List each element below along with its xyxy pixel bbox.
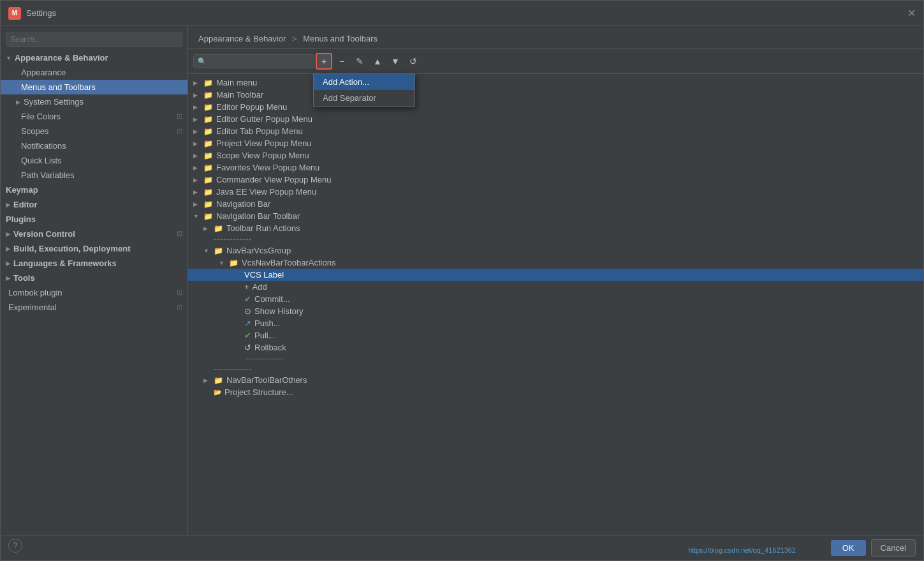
tree-item-pull[interactable]: ✔ Pull... [188, 329, 923, 341]
sidebar-item-keymap[interactable]: Keymap [1, 183, 187, 197]
expand-arrow: ▶ [16, 99, 20, 105]
tree-item-label: Project View Popup Menu [216, 138, 311, 148]
help-button[interactable]: ? [8, 539, 22, 553]
tree-item-nav-bar-toolbar[interactable]: ▼ 📁 Navigation Bar Toolbar [188, 210, 923, 222]
tree-item-add[interactable]: + Add [188, 281, 923, 293]
sidebar-item-scopes[interactable]: Scopes ⊡ [1, 124, 187, 138]
folder-icon: 📁 [203, 163, 213, 172]
breadcrumb-separator: > [292, 34, 297, 43]
expand-arrow: ▶ [6, 260, 10, 267]
tree-item-label: Editor Gutter Popup Menu [216, 114, 312, 124]
tree-item-label: Scope View Popup Menu [216, 151, 309, 160]
sidebar-item-label: Plugins [6, 214, 36, 224]
tree-item-label: Add [253, 282, 267, 292]
sidebar-item-label: System Settings [24, 97, 84, 107]
tree-item-commit[interactable]: ✔ Commit... [188, 293, 923, 305]
tree-item-push[interactable]: ↗ Push... [188, 317, 923, 329]
tree-separator-2: ------------ [188, 354, 923, 364]
sidebar-item-menus-toolbars[interactable]: Menus and Toolbars [1, 80, 187, 94]
tree-item-editor-tab[interactable]: ▶ 📁 Editor Tab Popup Menu [188, 125, 923, 137]
tree-item-java-ee-popup[interactable]: ▶ 📁 Java EE View Popup Menu [188, 186, 923, 198]
add-dropdown-popup: Add Action... Add Separator [313, 73, 415, 107]
reset-button[interactable]: ↺ [405, 53, 422, 70]
tree-item-rollback[interactable]: ↺ Rollback [188, 341, 923, 354]
tree-item-vcs-label[interactable]: VCS Label [188, 269, 923, 281]
tree-item-navigation-bar[interactable]: ▶ 📁 Navigation Bar [188, 198, 923, 210]
sidebar-item-system-settings[interactable]: ▶ System Settings [1, 94, 187, 109]
tree-item-label: Main menu [216, 78, 257, 87]
copy-icon: ⊡ [177, 127, 182, 135]
tree-item-project-view-popup[interactable]: ▶ 📁 Project View Popup Menu [188, 137, 923, 149]
copy-icon: ⊡ [177, 112, 182, 121]
tree-separator-1: ------------ [188, 234, 923, 244]
title-bar-title: Settings [26, 8, 907, 18]
sidebar-item-lombok[interactable]: Lombok plugin ⊡ [1, 285, 187, 300]
sidebar-item-experimental[interactable]: Experimental ⊡ [1, 300, 187, 315]
sidebar-search-input[interactable] [6, 33, 182, 47]
folder-icon: 📁 [203, 200, 213, 209]
add-action-item[interactable]: Add Action... [314, 74, 414, 90]
tree-item-editor-gutter[interactable]: ▶ 📁 Editor Gutter Popup Menu [188, 113, 923, 125]
sidebar-item-path-variables[interactable]: Path Variables [1, 168, 187, 183]
sidebar-item-version-control[interactable]: ▶ Version Control ⊡ [1, 227, 187, 241]
status-url: https://blog.csdn.net/qq_41621362 [688, 546, 796, 554]
folder-icon: 📁 [203, 176, 213, 184]
expand-arrow: ▶ [6, 202, 10, 208]
app-icon: M [8, 7, 21, 20]
cancel-button[interactable]: Cancel [871, 539, 916, 557]
sidebar-item-appearance-behavior[interactable]: ▼ Appearance & Behavior [1, 50, 187, 65]
sidebar-item-tools[interactable]: ▶ Tools [1, 271, 187, 285]
toolbar: 🔍 + − ✎ ▲ ▼ ↺ Add Action... Add Separato… [188, 49, 923, 74]
move-up-button[interactable]: ▲ [369, 53, 386, 70]
sidebar-item-label: Path Variables [21, 170, 75, 180]
sidebar-item-build-execution[interactable]: ▶ Build, Execution, Deployment [1, 241, 187, 256]
expand-arrow: ▶ [203, 377, 211, 384]
tree-item-toolbar-run-actions[interactable]: ▶ 📁 Toolbar Run Actions [188, 222, 923, 234]
sidebar-item-editor[interactable]: ▶ Editor [1, 197, 187, 212]
tree-item-label: Favorites View Popup Menu [216, 163, 319, 172]
tree-item-label: VcsNavBarToobarActions [242, 258, 335, 267]
add-button[interactable]: + [316, 53, 332, 70]
sidebar-item-file-colors[interactable]: File Colors ⊡ [1, 109, 187, 124]
folder-icon: 📁 [203, 188, 213, 197]
sidebar-item-languages[interactable]: ▶ Languages & Frameworks [1, 256, 187, 271]
tree-item-label: Push... [254, 318, 280, 328]
tree-item-show-history[interactable]: ⊙ Show History [188, 305, 923, 317]
expand-arrow: ▶ [203, 225, 211, 232]
expand-arrow: ▶ [193, 116, 201, 123]
breadcrumb-part2: Menus and Toolbars [303, 34, 378, 43]
add-separator-item[interactable]: Add Separator [314, 90, 414, 106]
sidebar-item-appearance[interactable]: Appearance [1, 65, 187, 80]
sidebar-item-notifications[interactable]: Notifications [1, 138, 187, 153]
sidebar-item-quick-lists[interactable]: Quick Lists [1, 153, 187, 168]
tree-item-vcs-navbar-toolbar[interactable]: ▼ 📁 VcsNavBarToobarActions [188, 257, 923, 269]
tree-item-project-structure[interactable]: 📂 Project Structure... [188, 386, 923, 398]
folder-icon: 📁 [203, 151, 213, 160]
add-icon: + [244, 282, 249, 292]
remove-button[interactable]: − [334, 53, 350, 70]
sidebar-item-label: Quick Lists [21, 156, 62, 165]
expand-arrow: ▶ [193, 140, 201, 147]
tree-item-navbar-toolbar-others[interactable]: ▶ 📁 NavBarToolBarOthers [188, 374, 923, 386]
expand-arrow: ▶ [193, 128, 201, 135]
ok-button[interactable]: OK [831, 540, 866, 556]
tree-item-favorites-popup[interactable]: ▶ 📁 Favorites View Popup Menu [188, 161, 923, 174]
sidebar-item-label: Lombok plugin [8, 288, 62, 297]
sidebar-item-label: Build, Execution, Deployment [13, 244, 130, 253]
tree-item-main-menu[interactable]: ▶ 📁 Main menu [188, 77, 923, 89]
bottom-bar: ? https://blog.csdn.net/qq_41621362 OK C… [1, 535, 923, 560]
check-icon: ✔ [244, 294, 251, 304]
tree-item-scope-view-popup[interactable]: ▶ 📁 Scope View Popup Menu [188, 149, 923, 161]
tree-item-main-toolbar[interactable]: ▶ 📁 Main Toolbar [188, 89, 923, 101]
tree-search-input[interactable] [209, 57, 305, 66]
expand-arrow: ▼ [6, 55, 11, 61]
edit-button[interactable]: ✎ [351, 53, 368, 70]
title-bar: M Settings ✕ [1, 1, 923, 26]
close-button[interactable]: ✕ [907, 7, 916, 19]
tree-item-commander-popup[interactable]: ▶ 📁 Commander View Popup Menu [188, 174, 923, 186]
move-down-button[interactable]: ▼ [387, 53, 404, 70]
sidebar-item-plugins[interactable]: Plugins [1, 212, 187, 227]
tree-item-navbar-vcs-group[interactable]: ▼ 📁 NavBarVcsGroup [188, 244, 923, 257]
sidebar-item-label: Version Control [13, 229, 75, 239]
tree-item-editor-popup[interactable]: ▶ 📁 Editor Popup Menu [188, 101, 923, 113]
